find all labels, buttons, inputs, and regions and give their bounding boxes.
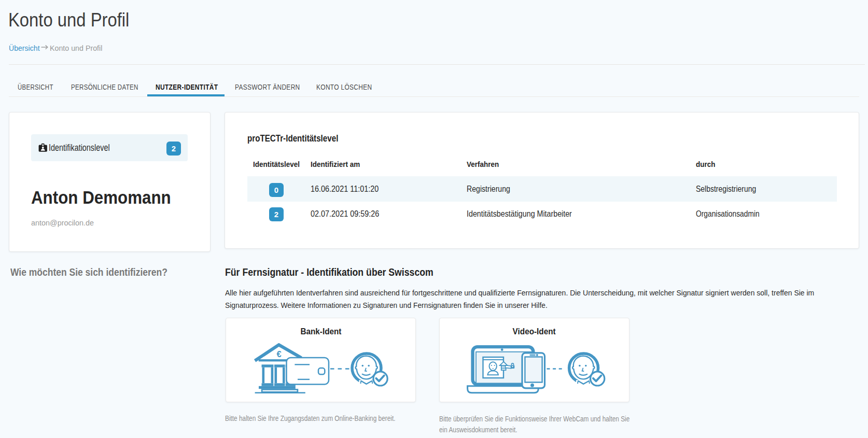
svg-text:€: €: [276, 349, 281, 359]
